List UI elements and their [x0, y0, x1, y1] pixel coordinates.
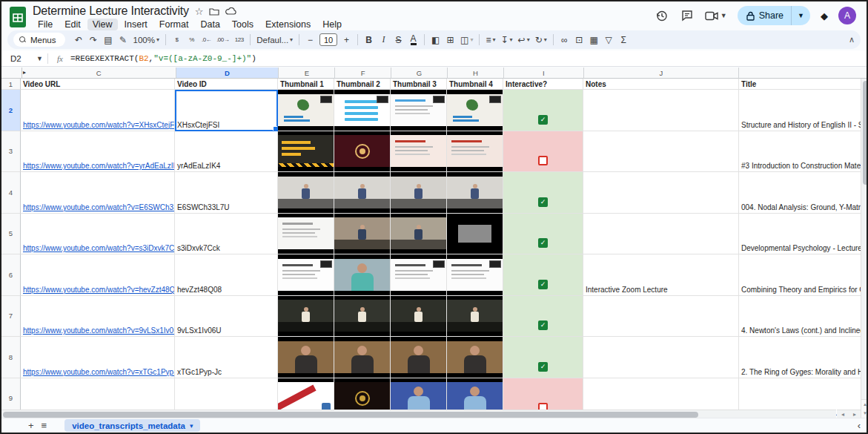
zoom-select[interactable]: 100%▾: [131, 36, 162, 45]
decrease-decimal-button[interactable]: .0←: [199, 33, 213, 47]
menu-help[interactable]: Help: [317, 19, 347, 30]
thumbnail-cell[interactable]: [391, 131, 447, 173]
video-id-cell[interactable]: E6SWCh33L7U: [175, 172, 278, 214]
thumbnail-cell[interactable]: [391, 214, 447, 255]
menu-edit[interactable]: Edit: [59, 19, 86, 30]
row-header-2[interactable]: 2: [1, 90, 21, 131]
header-cell-thumbnail-2[interactable]: Thumbnail 2: [334, 79, 391, 90]
video-id-cell[interactable]: xTGc1Pyp-Jc: [175, 337, 278, 378]
avatar[interactable]: A: [838, 7, 856, 24]
video-url-link[interactable]: https://www.youtube.com/watch?v=hevZzt48…: [23, 286, 175, 294]
title-cell[interactable]: 004. Nodal Analysis: Ground, Y-Matrix, N…: [739, 172, 868, 214]
video-id-cell[interactable]: XHsxCtejFSI: [175, 90, 278, 131]
header-cell-notes[interactable]: Notes: [583, 79, 739, 90]
video-url-link[interactable]: https://www.youtube.com/watch?v=E6SWCh33…: [23, 203, 175, 211]
more-formats-button[interactable]: 123: [232, 33, 246, 47]
video-url-link[interactable]: https://www.youtube.com/watch?v=XHsxCtej…: [23, 121, 175, 129]
thumbnail-cell[interactable]: [391, 337, 447, 378]
increase-font-size-button[interactable]: +: [339, 33, 354, 47]
thumbnail-cell[interactable]: [391, 172, 447, 214]
video-id-cell[interactable]: hevZzt48Q08: [175, 254, 278, 296]
paint-format-button[interactable]: ✎: [116, 33, 130, 47]
thumbnail-cell[interactable]: [334, 131, 391, 173]
row-header-8[interactable]: 8: [1, 337, 21, 378]
title-cell[interactable]: Combining Theory and Empirics for Causal…: [739, 254, 868, 296]
interactive-cell[interactable]: [503, 131, 583, 173]
fill-color-button[interactable]: ◧: [428, 33, 443, 47]
notes-cell[interactable]: [583, 90, 739, 131]
comments-icon[interactable]: [680, 8, 695, 23]
notes-cell[interactable]: [583, 337, 739, 378]
print-button[interactable]: ▤: [102, 33, 116, 47]
notes-cell[interactable]: [583, 296, 739, 338]
menu-extensions[interactable]: Extensions: [260, 19, 316, 30]
thumbnail-cell[interactable]: [334, 172, 391, 214]
interactive-cell[interactable]: ✓: [503, 214, 583, 255]
column-header-I[interactable]: I: [504, 68, 584, 79]
text-wrap-button[interactable]: ↩▾: [516, 33, 532, 47]
horizontal-align-button[interactable]: ≡▾: [483, 33, 497, 47]
header-cell-video-url[interactable]: Video URL: [21, 79, 175, 90]
row-header-4[interactable]: 4: [1, 172, 21, 214]
row-header-3[interactable]: 3: [1, 131, 21, 173]
increase-decimal-button[interactable]: .00→: [214, 33, 231, 47]
checkbox-checked[interactable]: ✓: [538, 320, 548, 330]
interactive-cell[interactable]: ✓: [503, 254, 583, 296]
filter-button[interactable]: ▽: [602, 33, 616, 47]
thumbnail-cell[interactable]: [447, 172, 503, 214]
version-history-icon[interactable]: [655, 8, 669, 23]
column-header-J[interactable]: J: [584, 68, 740, 79]
notes-cell[interactable]: [583, 214, 739, 255]
thumbnail-cell[interactable]: [391, 254, 447, 296]
thumbnail-cell[interactable]: [391, 296, 447, 338]
header-cell-interactive-[interactable]: Interactive?: [503, 79, 583, 90]
video-id-cell[interactable]: yrAdEaLzIK4: [175, 131, 278, 173]
add-sheet-button[interactable]: +: [28, 421, 34, 430]
borders-button[interactable]: ⊞: [443, 33, 457, 47]
all-sheets-button[interactable]: ≡: [42, 421, 47, 430]
row-header-6[interactable]: 6: [1, 254, 21, 296]
vertical-scrollbar[interactable]: [861, 79, 868, 410]
star-icon[interactable]: ☆: [195, 7, 204, 16]
unhide-columns-button[interactable]: ▸: [23, 69, 26, 76]
thumbnail-cell[interactable]: [278, 131, 334, 173]
column-header-H[interactable]: H: [448, 68, 504, 79]
title-cell[interactable]: Developmental Psychology - Lecture 01 (P…: [739, 214, 868, 255]
video-url-link[interactable]: https://www.youtube.com/watch?v=s3iDxvk7…: [23, 244, 175, 252]
title-cell[interactable]: Structure and History of English II - Se…: [739, 90, 868, 131]
video-url-cell[interactable]: https://www.youtube.com/watch?v=yrAdEaLz…: [21, 131, 175, 173]
share-dropdown[interactable]: ▼: [792, 12, 810, 19]
notes-cell[interactable]: [583, 131, 739, 173]
column-header-C[interactable]: C▸: [22, 68, 176, 79]
video-url-cell[interactable]: https://www.youtube.com/watch?v=XHsxCtej…: [21, 90, 175, 131]
title-cell[interactable]: #3 Introduction to Construction Material…: [739, 131, 868, 173]
menus-search-button[interactable]: Menus: [13, 33, 65, 47]
merge-cells-button[interactable]: ◫▾: [458, 33, 475, 47]
text-rotation-button[interactable]: ↻▾: [533, 33, 549, 47]
column-header-D[interactable]: D: [176, 68, 279, 79]
column-header-title[interactable]: [739, 68, 868, 79]
video-url-cell[interactable]: https://www.youtube.com/watch?v=hevZzt48…: [21, 254, 175, 296]
fill-handle[interactable]: [273, 126, 278, 131]
link-button[interactable]: ∞: [557, 33, 572, 47]
video-url-link[interactable]: https://www.youtube.com/watch?v=xTGc1Pyp…: [23, 368, 175, 376]
video-url-cell[interactable]: https://www.youtube.com/watch?v=s3iDxvk7…: [21, 214, 175, 255]
header-cell-thumbnail-1[interactable]: Thumbnail 1: [278, 79, 334, 90]
thumbnail-cell[interactable]: [334, 90, 391, 131]
video-url-link[interactable]: https://www.youtube.com/watch?v=yrAdEaLz…: [23, 162, 175, 170]
interactive-cell[interactable]: ✓: [503, 90, 583, 131]
row-header-5[interactable]: 5: [1, 214, 21, 255]
thumbnail-cell[interactable]: [278, 90, 334, 131]
decrease-font-size-button[interactable]: −: [303, 33, 317, 47]
thumbnail-cell[interactable]: [391, 90, 447, 131]
menu-insert[interactable]: Insert: [119, 19, 153, 30]
video-url-cell[interactable]: https://www.youtube.com/watch?v=xTGc1Pyp…: [21, 337, 175, 378]
video-id-cell[interactable]: s3iDxvk7Cck: [175, 214, 278, 255]
redo-button[interactable]: ↷: [87, 33, 101, 47]
scroll-down-button[interactable]: ▾: [861, 409, 868, 418]
horizontal-scrollbar-thumb[interactable]: [3, 412, 698, 418]
move-folder-icon[interactable]: [209, 7, 219, 16]
thumbnail-cell[interactable]: [278, 254, 334, 296]
interactive-cell[interactable]: ✓: [503, 296, 583, 338]
video-url-cell[interactable]: https://www.youtube.com/watch?v=E6SWCh33…: [21, 172, 175, 214]
